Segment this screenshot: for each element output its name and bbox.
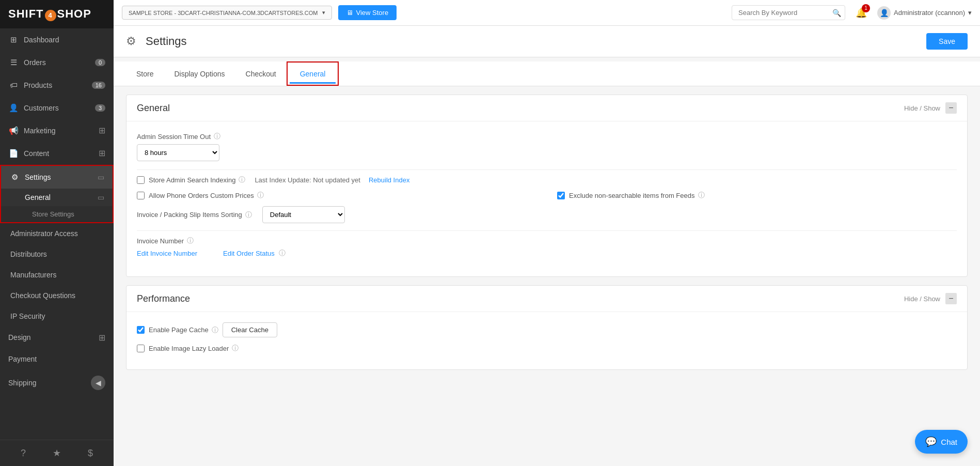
invoice-sorting-info-icon[interactable]: ⓘ: [245, 210, 252, 220]
performance-section-title: Performance: [137, 293, 190, 304]
sidebar-item-label: Orders: [24, 58, 95, 67]
performance-hide-show: Hide / Show −: [904, 293, 957, 304]
sidebar-item-payment[interactable]: Payment: [0, 349, 114, 369]
tab-store[interactable]: Store: [126, 64, 164, 86]
invoice-sorting-select[interactable]: Default: [262, 206, 345, 223]
settings-gear-icon: ⚙: [126, 35, 136, 48]
billing-icon[interactable]: $: [88, 448, 93, 459]
chat-label: Chat: [941, 438, 957, 446]
sidebar-item-shipping[interactable]: Shipping ◀: [0, 369, 114, 396]
settings-section-box: ⚙ Settings ▭ General ▭ Store Settings: [0, 165, 114, 223]
sidebar: SHIFT4SHOP ⊞ Dashboard ☰ Orders 0 🏷 Prod…: [0, 0, 114, 466]
sidebar-item-marketing[interactable]: 📢 Marketing ⊞: [0, 119, 114, 142]
hide-show-controls: Hide / Show −: [904, 102, 957, 114]
store-selector[interactable]: SAMPLE STORE - 3DCART-CHRISTIANNA-COM.3D…: [122, 6, 332, 20]
sidebar-item-content[interactable]: 📄 Content ⊞: [0, 142, 114, 165]
invoice-number-row: Invoice Number ⓘ Edit Invoice Number Edi…: [137, 236, 957, 258]
sidebar-item-label: Checkout Questions: [10, 291, 105, 300]
sidebar-item-label: Administrator Access: [10, 229, 105, 238]
phone-orders-row: Allow Phone Orders Custom Prices ⓘ: [137, 191, 536, 200]
settings-icon: ⚙: [9, 172, 20, 182]
orders-badge: 0: [95, 59, 105, 66]
tab-checkout[interactable]: Checkout: [235, 64, 287, 86]
general-sub-expand: ▭: [98, 193, 104, 201]
tabs-bar: Store Display Options Checkout General: [114, 61, 980, 86]
performance-hide-show-link[interactable]: Hide / Show: [904, 295, 940, 303]
favorites-icon[interactable]: ★: [53, 447, 61, 459]
rebuild-index-link[interactable]: Rebuild Index: [369, 176, 410, 184]
view-store-button[interactable]: 🖥 View Store: [338, 5, 397, 20]
settings-sub-children: Store Settings: [1, 206, 113, 222]
performance-collapse-button[interactable]: −: [945, 293, 957, 304]
exclude-nonsearchable-label: Exclude non-searchable items from Feeds …: [569, 191, 705, 200]
sidebar-child-store-settings[interactable]: Store Settings: [1, 206, 113, 222]
sidebar-item-label: Distributors: [10, 250, 105, 258]
page-cache-info-icon[interactable]: ⓘ: [212, 325, 218, 335]
tab-display-options[interactable]: Display Options: [164, 64, 235, 86]
user-label: Administrator (ccannon): [894, 9, 965, 17]
scroll-button[interactable]: ◀: [91, 376, 105, 390]
search-indexing-checkbox[interactable]: [137, 176, 145, 184]
general-section-header: General Hide / Show −: [127, 95, 967, 121]
page-header: ⚙ Settings Save: [114, 26, 980, 57]
admin-session-select[interactable]: 8 hours: [137, 144, 219, 161]
sidebar-item-dashboard[interactable]: ⊞ Dashboard: [0, 28, 114, 51]
dashboard-icon: ⊞: [8, 35, 19, 45]
save-button[interactable]: Save: [926, 33, 968, 50]
user-menu[interactable]: 👤 Administrator (ccannon) ▾: [877, 6, 972, 20]
sidebar-item-products[interactable]: 🏷 Products 16: [0, 74, 114, 97]
page-cache-checkbox[interactable]: [137, 326, 145, 334]
phone-orders-label: Allow Phone Orders Custom Prices ⓘ: [149, 191, 264, 200]
sidebar-item-settings[interactable]: ⚙ Settings ▭: [1, 166, 113, 189]
sidebar-item-design[interactable]: Design ⊞: [0, 327, 114, 349]
admin-session-info-icon[interactable]: ⓘ: [214, 132, 220, 141]
page-title: Settings: [146, 35, 187, 48]
search-indexing-info-icon[interactable]: ⓘ: [239, 175, 245, 184]
phone-orders-col: Allow Phone Orders Custom Prices ⓘ: [137, 191, 536, 206]
settings-expand-icon: ▭: [98, 173, 104, 181]
sidebar-footer: ? ★ $: [0, 440, 114, 466]
sidebar-item-manufacturers[interactable]: Manufacturers: [0, 265, 114, 285]
search-indexing-row: Store Admin Search Indexing ⓘ Last Index…: [137, 175, 957, 184]
image-lazy-info-icon[interactable]: ⓘ: [232, 344, 239, 353]
notification-button[interactable]: 🔔 1: [856, 7, 867, 19]
sidebar-item-label: Payment: [8, 355, 105, 363]
invoice-sorting-row: Invoice / Packing Slip Items Sorting ⓘ D…: [137, 206, 957, 223]
sidebar-item-checkout-questions[interactable]: Checkout Questions: [0, 285, 114, 306]
image-lazy-row: Enable Image Lazy Loader ⓘ: [137, 344, 957, 353]
tab-general-box: General: [287, 61, 339, 86]
search-input[interactable]: [732, 5, 845, 20]
help-icon[interactable]: ?: [21, 448, 26, 459]
store-name-label: SAMPLE STORE - 3DCART-CHRISTIANNA-COM.3D…: [129, 10, 318, 16]
sidebar-item-orders[interactable]: ☰ Orders 0: [0, 51, 114, 74]
design-expand-icon: ⊞: [99, 333, 105, 343]
sidebar-item-ip-security[interactable]: IP Security: [0, 306, 114, 327]
chat-button[interactable]: 💬 Chat: [915, 430, 968, 454]
exclude-nonsearchable-info-icon[interactable]: ⓘ: [698, 191, 705, 200]
tab-general[interactable]: General: [290, 64, 336, 84]
hide-show-link[interactable]: Hide / Show: [904, 104, 940, 112]
edit-order-status-link[interactable]: Edit Order Status: [223, 250, 275, 257]
exclude-nonsearchable-checkbox[interactable]: [557, 192, 565, 199]
invoice-number-info-icon[interactable]: ⓘ: [187, 236, 194, 245]
clear-cache-button[interactable]: Clear Cache: [223, 322, 277, 337]
sidebar-sub-general[interactable]: General ▭: [1, 189, 113, 206]
phone-orders-info-icon[interactable]: ⓘ: [257, 191, 264, 200]
general-section-title: General: [137, 103, 170, 114]
marketing-icon: 📢: [8, 126, 19, 136]
collapse-button[interactable]: −: [945, 102, 957, 114]
page-cache-row: Enable Page Cache ⓘ Clear Cache: [137, 322, 957, 337]
marketing-expand-icon: ⊞: [99, 126, 105, 135]
invoice-sorting-label: Invoice / Packing Slip Items Sorting ⓘ: [137, 210, 252, 220]
order-status-info-icon[interactable]: ⓘ: [279, 248, 286, 258]
performance-section: Performance Hide / Show − Enable Page Ca…: [126, 285, 968, 370]
sidebar-item-customers[interactable]: 👤 Customers 3: [0, 97, 114, 119]
sidebar-item-distributors[interactable]: Distributors: [0, 244, 114, 265]
orders-icon: ☰: [8, 57, 19, 68]
image-lazy-checkbox[interactable]: [137, 345, 145, 352]
search-icon[interactable]: 🔍: [832, 9, 841, 17]
phone-orders-checkbox[interactable]: [137, 192, 145, 199]
sidebar-item-admin-access[interactable]: Administrator Access: [0, 223, 114, 244]
edit-invoice-link[interactable]: Edit Invoice Number: [137, 250, 197, 257]
content-area: ⚙ Settings Save Store Display Options Ch…: [114, 26, 980, 466]
